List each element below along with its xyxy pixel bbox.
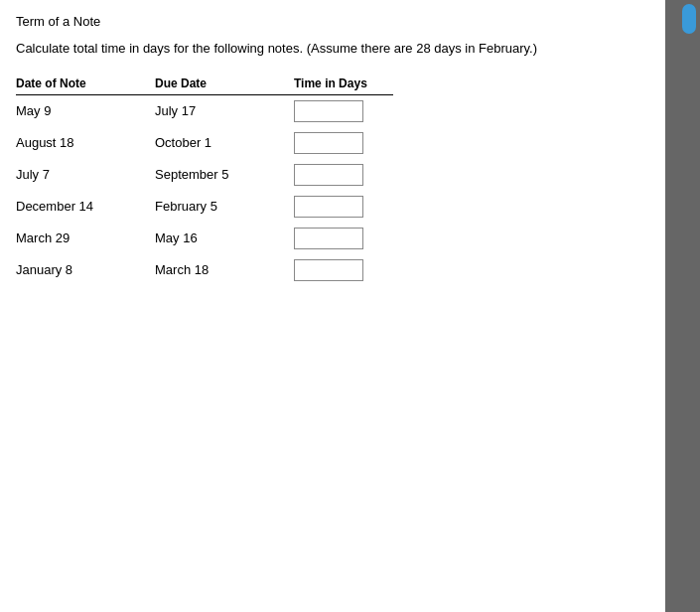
cell-date-of-note: January 8	[16, 254, 155, 286]
table-row: January 8March 18	[16, 254, 393, 286]
cell-time-in-days	[294, 94, 393, 127]
time-in-days-input-2[interactable]	[294, 132, 363, 154]
cell-due-date: May 16	[155, 223, 294, 254]
cell-due-date: July 17	[155, 94, 294, 127]
table-header-row: Date of Note Due Date Time in Days	[16, 75, 393, 95]
main-content: Term of a Note Calculate total time in d…	[0, 0, 665, 612]
table-row: March 29May 16	[16, 223, 393, 254]
scrollbar[interactable]	[665, 0, 700, 612]
cell-date-of-note: December 14	[16, 191, 155, 223]
scrollbar-thumb[interactable]	[682, 4, 696, 34]
instructions: Calculate total time in days for the fol…	[16, 39, 649, 59]
cell-date-of-note: July 7	[16, 159, 155, 191]
table-row: December 14February 5	[16, 191, 393, 223]
cell-due-date: February 5	[155, 191, 294, 223]
cell-time-in-days	[294, 159, 393, 191]
cell-due-date: October 1	[155, 127, 294, 159]
cell-time-in-days	[294, 191, 393, 223]
table-row: May 9July 17	[16, 94, 393, 127]
time-in-days-input-4[interactable]	[294, 196, 363, 218]
notes-table: Date of Note Due Date Time in Days May 9…	[16, 75, 393, 286]
time-in-days-input-6[interactable]	[294, 259, 363, 281]
header-date-of-note: Date of Note	[16, 75, 155, 95]
page-title: Term of a Note	[16, 14, 649, 29]
time-in-days-input-5[interactable]	[294, 228, 363, 249]
cell-due-date: March 18	[155, 254, 294, 286]
cell-time-in-days	[294, 223, 393, 254]
cell-date-of-note: May 9	[16, 94, 155, 127]
cell-date-of-note: March 29	[16, 223, 155, 254]
cell-time-in-days	[294, 254, 393, 286]
table-body: May 9July 17August 18October 1July 7Sept…	[16, 94, 393, 286]
header-time-in-days: Time in Days	[294, 75, 393, 95]
time-in-days-input-3[interactable]	[294, 164, 363, 186]
cell-date-of-note: August 18	[16, 127, 155, 159]
cell-time-in-days	[294, 127, 393, 159]
table-row: August 18October 1	[16, 127, 393, 159]
time-in-days-input-1[interactable]	[294, 100, 363, 122]
table-row: July 7September 5	[16, 159, 393, 191]
cell-due-date: September 5	[155, 159, 294, 191]
header-due-date: Due Date	[155, 75, 294, 95]
